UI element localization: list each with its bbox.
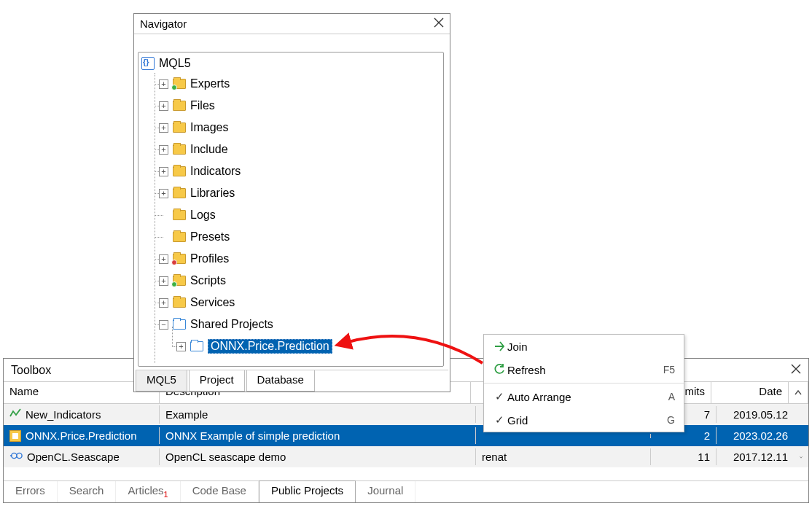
navigator-tab-bar: MQL5 Project Database xyxy=(136,370,448,392)
scroll-down-icon[interactable] xyxy=(794,451,808,463)
tab-project[interactable]: Project xyxy=(189,370,245,392)
goggles-icon xyxy=(9,451,23,463)
indicator-icon xyxy=(9,408,21,421)
tab-articles[interactable]: Articles1 xyxy=(116,481,180,502)
tree-node-label: Logs xyxy=(190,209,442,222)
folder-yellow-icon xyxy=(173,188,186,198)
menu-item-grid[interactable]: ✓ Grid G xyxy=(484,408,684,432)
tree-node[interactable]: +Profiles xyxy=(146,248,442,270)
tree-node[interactable]: +Services xyxy=(146,292,442,314)
expand-icon[interactable]: + xyxy=(159,167,168,176)
scroll-up-icon[interactable] xyxy=(789,382,808,403)
check-icon: ✓ xyxy=(491,413,507,427)
tree-node[interactable]: +Experts xyxy=(146,73,442,95)
tree-node-label: Profiles xyxy=(190,252,442,265)
status-ok-icon xyxy=(171,85,177,90)
row-desc: Example xyxy=(160,406,476,423)
menu-shortcut: A xyxy=(668,391,675,402)
folder-blue-icon xyxy=(173,319,186,330)
tree-node-onnx[interactable]: + ONNX.Price.Prediction xyxy=(163,335,442,357)
tree-node[interactable]: +Scripts xyxy=(146,270,442,292)
row-date: 2023.02.26 xyxy=(717,427,794,444)
tab-public-projects[interactable]: Public Projects xyxy=(259,480,356,502)
check-icon: ✓ xyxy=(491,390,507,403)
expand-icon[interactable]: + xyxy=(176,342,186,351)
folder-yellow-icon xyxy=(173,254,186,264)
folder-blue-icon xyxy=(190,341,203,351)
expand-icon[interactable]: + xyxy=(159,123,168,133)
tab-database[interactable]: Database xyxy=(246,370,315,392)
expand-icon[interactable]: + xyxy=(159,254,168,264)
folder-yellow-icon xyxy=(173,232,186,242)
expand-icon[interactable]: + xyxy=(159,276,168,286)
menu-item-join[interactable]: Join xyxy=(484,335,684,358)
row-desc: ONNX Example of simple prediction xyxy=(160,427,476,444)
tab-mql5[interactable]: MQL5 xyxy=(136,370,187,392)
tree-node[interactable]: −Shared Projects xyxy=(146,314,442,335)
menu-item-refresh[interactable]: Refresh F5 xyxy=(484,358,684,381)
col-date[interactable]: Date xyxy=(711,382,789,403)
expand-icon[interactable]: + xyxy=(159,101,168,111)
tab-journal[interactable]: Journal xyxy=(356,481,415,502)
row-name: ONNX.Price.Prediction xyxy=(26,429,137,442)
tree-node-label: Files xyxy=(190,99,442,112)
tree-node[interactable]: +Images xyxy=(146,117,442,139)
tree-node[interactable]: Logs xyxy=(146,204,442,226)
tab-errors[interactable]: Errors xyxy=(4,481,58,502)
tree-node-label: Indicators xyxy=(190,165,442,178)
tree-node-label: Experts xyxy=(190,77,442,90)
status-ok-icon xyxy=(171,281,177,287)
status-alert-icon xyxy=(171,260,177,265)
expand-icon[interactable]: + xyxy=(159,145,168,155)
table-row[interactable]: New_Indicators Example 7 2019.05.12 xyxy=(4,404,808,425)
table-row[interactable]: ONNX.Price.Prediction ONNX Example of si… xyxy=(4,425,808,446)
join-icon xyxy=(491,340,507,353)
expand-icon[interactable]: + xyxy=(159,79,168,89)
menu-separator xyxy=(484,383,684,384)
tree-node-label: Include xyxy=(190,143,442,156)
tree-node[interactable]: +Libraries xyxy=(146,182,442,204)
tree-node[interactable]: +Files xyxy=(146,95,442,117)
row-date: 2019.05.12 xyxy=(717,406,794,423)
close-icon[interactable] xyxy=(434,17,444,30)
collapse-icon[interactable]: − xyxy=(159,320,168,330)
menu-label: Grid xyxy=(507,414,661,427)
navigator-panel: Navigator MQL5 +Experts+Files+Images+Inc… xyxy=(133,13,450,392)
row-name: New_Indicators xyxy=(26,408,101,421)
table-row[interactable]: OpenCL.Seascape OpenCL seascape demo ren… xyxy=(4,446,808,467)
menu-label: Join xyxy=(507,340,675,353)
tree-node-label: Libraries xyxy=(190,187,442,200)
menu-label: Refresh xyxy=(507,364,657,376)
tree-node-label: Scripts xyxy=(190,274,442,287)
row-desc: OpenCL seascape demo xyxy=(160,448,476,465)
context-menu: Join Refresh F5 ✓ Auto Arrange A ✓ Grid … xyxy=(483,334,684,432)
expand-icon[interactable]: + xyxy=(159,298,168,308)
row-commits: 11 xyxy=(651,448,717,465)
folder-yellow-icon xyxy=(173,144,186,155)
tree-node-label: Presets xyxy=(190,230,442,244)
menu-shortcut: F5 xyxy=(663,364,675,375)
folder-yellow-icon xyxy=(173,166,186,176)
folder-yellow-icon xyxy=(173,297,186,308)
row-author: renat xyxy=(476,448,651,465)
tree-node[interactable]: +Include xyxy=(146,139,442,160)
menu-item-auto-arrange[interactable]: ✓ Auto Arrange A xyxy=(484,385,684,408)
folder-yellow-icon xyxy=(173,276,186,286)
tree-node[interactable]: +Indicators xyxy=(146,160,442,182)
badge: 1 xyxy=(164,490,168,499)
expand-icon[interactable]: + xyxy=(159,189,168,198)
row-name: OpenCL.Seascape xyxy=(27,451,120,463)
tree-node[interactable]: Presets xyxy=(146,226,442,248)
mql5-icon xyxy=(141,57,155,70)
tab-code-base[interactable]: Code Base xyxy=(181,481,259,502)
project-icon xyxy=(9,430,21,442)
tree-node-label: Services xyxy=(190,296,442,309)
navigator-titlebar: Navigator xyxy=(134,14,450,34)
row-date: 2017.12.11 xyxy=(717,448,794,465)
tree-node-label: ONNX.Price.Prediction xyxy=(208,339,332,354)
tree-root[interactable]: MQL5 xyxy=(140,55,442,73)
tab-search[interactable]: Search xyxy=(58,481,117,502)
tree-node-label: Shared Projects xyxy=(190,318,442,331)
root-label: MQL5 xyxy=(159,57,191,70)
close-icon[interactable] xyxy=(791,364,801,376)
